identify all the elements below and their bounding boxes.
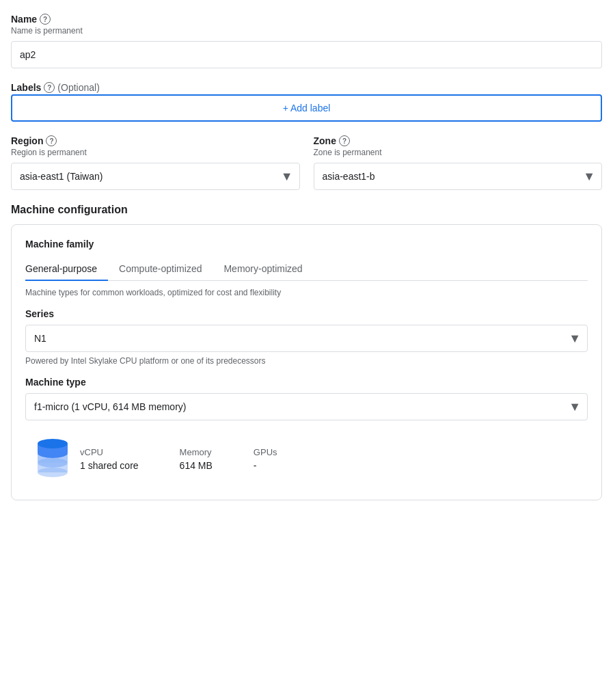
zone-select-wrapper: asia-east1-b asia-east1-a asia-east1-c ▼ bbox=[314, 163, 603, 190]
machine-family-desc: Machine types for common workloads, opti… bbox=[25, 288, 588, 297]
tab-compute-optimized[interactable]: Compute-optimized bbox=[108, 258, 213, 281]
machine-type-label: Machine type bbox=[25, 377, 588, 388]
machine-type-select-wrapper: f1-micro (1 vCPU, 614 MB memory) n1-stan… bbox=[25, 393, 588, 420]
series-select[interactable]: N1 N2 N2D E2 bbox=[25, 325, 588, 352]
region-hint: Region is permanent bbox=[11, 148, 300, 157]
zone-help-icon[interactable]: ? bbox=[339, 135, 350, 146]
machine-stack-icon bbox=[25, 437, 80, 481]
region-label-text: Region bbox=[11, 135, 43, 146]
spec-vcpu: vCPU 1 shared core bbox=[80, 447, 139, 471]
series-label: Series bbox=[25, 308, 588, 319]
add-label-button[interactable]: + Add label bbox=[11, 94, 602, 122]
tab-general-purpose[interactable]: General-purpose bbox=[25, 258, 108, 281]
region-zone-row: Region ? Region is permanent asia-east1 … bbox=[11, 135, 602, 190]
zone-label-text: Zone bbox=[314, 135, 336, 146]
memory-header: Memory bbox=[180, 447, 213, 457]
labels-section: Labels ? (Optional) + Add label bbox=[11, 82, 602, 122]
vcpu-value: 1 shared core bbox=[80, 460, 139, 471]
zone-label: Zone ? bbox=[314, 135, 603, 146]
specs-row: vCPU 1 shared core Memory 614 MB GPUs - bbox=[25, 431, 588, 486]
name-label: Name ? bbox=[11, 14, 602, 25]
svg-point-6 bbox=[38, 439, 68, 448]
machine-family-tabs: General-purpose Compute-optimized Memory… bbox=[25, 258, 588, 281]
specs-data: vCPU 1 shared core Memory 614 MB GPUs - bbox=[80, 447, 588, 471]
labels-help-icon[interactable]: ? bbox=[44, 82, 55, 93]
spec-memory: Memory 614 MB bbox=[180, 447, 213, 471]
name-hint: Name is permanent bbox=[11, 26, 602, 36]
gpus-header: GPUs bbox=[254, 447, 277, 457]
series-select-wrapper: N1 N2 N2D E2 ▼ bbox=[25, 325, 588, 352]
machine-config-box: Machine family General-purpose Compute-o… bbox=[11, 224, 602, 500]
machine-family-title: Machine family bbox=[25, 239, 588, 250]
region-section: Region ? Region is permanent asia-east1 … bbox=[11, 135, 300, 190]
machine-config-title: Machine configuration bbox=[11, 204, 602, 216]
machine-configuration-section: Machine configuration Machine family Gen… bbox=[11, 204, 602, 500]
series-hint: Powered by Intel Skylake CPU platform or… bbox=[25, 356, 588, 366]
region-select-wrapper: asia-east1 (Taiwan) us-central1 (Iowa) u… bbox=[11, 163, 300, 190]
name-section: Name ? Name is permanent bbox=[11, 14, 602, 68]
gpus-value: - bbox=[254, 460, 277, 471]
labels-label-text: Labels bbox=[11, 82, 41, 93]
zone-section: Zone ? Zone is permanent asia-east1-b as… bbox=[314, 135, 603, 190]
region-label: Region ? bbox=[11, 135, 300, 146]
region-select[interactable]: asia-east1 (Taiwan) us-central1 (Iowa) u… bbox=[11, 163, 300, 190]
name-help-icon[interactable]: ? bbox=[40, 14, 51, 25]
spec-gpus: GPUs - bbox=[254, 447, 277, 471]
region-help-icon[interactable]: ? bbox=[46, 135, 57, 146]
name-input[interactable] bbox=[11, 41, 602, 68]
zone-select[interactable]: asia-east1-b asia-east1-a asia-east1-c bbox=[314, 163, 603, 190]
tab-memory-optimized[interactable]: Memory-optimized bbox=[213, 258, 313, 281]
name-label-text: Name bbox=[11, 14, 37, 25]
labels-label: Labels ? (Optional) bbox=[11, 82, 602, 93]
machine-type-select[interactable]: f1-micro (1 vCPU, 614 MB memory) n1-stan… bbox=[25, 393, 588, 420]
labels-optional-text: (Optional) bbox=[57, 82, 99, 93]
zone-hint: Zone is permanent bbox=[314, 148, 603, 157]
memory-value: 614 MB bbox=[180, 460, 213, 471]
vcpu-header: vCPU bbox=[80, 447, 139, 457]
